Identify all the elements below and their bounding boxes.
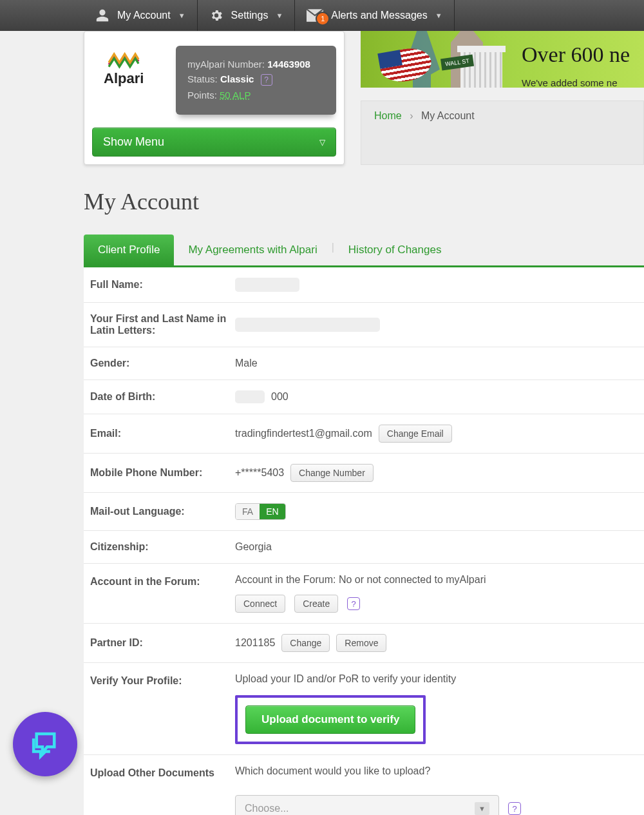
support-fab[interactable] bbox=[13, 712, 77, 776]
nav-settings[interactable]: Settings ▼ bbox=[198, 0, 296, 31]
tab-client-profile[interactable]: Client Profile bbox=[84, 235, 174, 265]
upload-other-text: Which document would you like to upload? bbox=[235, 765, 638, 777]
chevron-right-icon: › bbox=[410, 110, 413, 121]
phone-label: Mobile Phone Number: bbox=[90, 467, 235, 479]
row-language: Mail-out Language: FA EN bbox=[84, 493, 644, 531]
row-verify: Verify Your Profile: Upload your ID and/… bbox=[84, 663, 644, 755]
forum-label: Account in the Forum: bbox=[90, 574, 235, 588]
chevron-down-icon: ▼ bbox=[276, 12, 283, 19]
partner-value: 1201185 bbox=[235, 637, 275, 649]
nav-my-account-label: My Account bbox=[117, 10, 171, 21]
tab-agreements[interactable]: My Agreements with Alpari bbox=[174, 235, 331, 265]
help-icon[interactable]: ? bbox=[261, 74, 272, 86]
chevron-down-icon: ▼ bbox=[475, 802, 489, 815]
lang-fa[interactable]: FA bbox=[236, 504, 260, 519]
row-partner: Partner ID: 1201185 Change Remove bbox=[84, 624, 644, 663]
row-upload-other: Upload Other Documents Which document wo… bbox=[84, 755, 644, 815]
nav-alerts[interactable]: 1 Alerts and Messages ▼ bbox=[295, 0, 454, 31]
gender-label: Gender: bbox=[90, 358, 235, 369]
chevron-down-icon: ▼ bbox=[435, 12, 442, 19]
row-full-name: Full Name: ████████ bbox=[84, 267, 644, 303]
remove-button[interactable]: Remove bbox=[336, 634, 386, 652]
citizenship-value: Georgia bbox=[235, 541, 272, 553]
upload-other-label: Upload Other Documents bbox=[90, 765, 235, 779]
row-latin-name: Your First and Last Name in Latin Letter… bbox=[84, 303, 644, 347]
person-icon bbox=[95, 8, 109, 23]
change-email-button[interactable]: Change Email bbox=[379, 425, 452, 443]
gear-icon bbox=[209, 8, 223, 23]
language-label: Mail-out Language: bbox=[90, 506, 235, 517]
tab-history[interactable]: History of Changes bbox=[334, 235, 456, 265]
citizenship-label: Citizenship: bbox=[90, 541, 235, 553]
mail-icon: 1 bbox=[307, 9, 323, 22]
row-citizenship: Citizenship: Georgia bbox=[84, 531, 644, 564]
points-value[interactable]: 50 ALP bbox=[220, 90, 251, 101]
chevron-down-icon: ▼ bbox=[178, 12, 185, 19]
change-button[interactable]: Change bbox=[281, 634, 330, 652]
dob-prefix: ████ bbox=[235, 390, 265, 403]
points-label: Points: bbox=[187, 90, 217, 101]
gender-value: Male bbox=[235, 358, 258, 369]
banner-line1: We've added some ne bbox=[522, 77, 618, 88]
row-dob: Date of Birth: ████000 bbox=[84, 380, 644, 414]
forum-value: Account in the Forum: No or not connecte… bbox=[235, 574, 638, 586]
banner-title: Over 600 ne bbox=[522, 43, 644, 67]
dob-label: Date of Birth: bbox=[90, 391, 235, 403]
connect-button[interactable]: Connect bbox=[235, 595, 285, 613]
triangle-down-icon: ▽ bbox=[319, 138, 325, 147]
status-label: Status: bbox=[187, 73, 218, 84]
dob-suffix: 000 bbox=[271, 391, 289, 403]
full-name-value: ████████ bbox=[235, 278, 299, 292]
logo: Alpari bbox=[104, 51, 144, 87]
alerts-badge: 1 bbox=[317, 13, 328, 24]
full-name-label: Full Name: bbox=[90, 279, 235, 291]
show-menu-label: Show Menu bbox=[103, 135, 164, 149]
tabs: Client Profile My Agreements with Alpari… bbox=[84, 235, 644, 267]
row-email: Email: tradingfindertest1@gmail.com Chan… bbox=[84, 414, 644, 454]
promo-banner[interactable]: WALL ST Over 600 ne We've added some neC… bbox=[361, 31, 644, 88]
logo-icon bbox=[104, 51, 144, 69]
dropdown-placeholder: Choose... bbox=[245, 803, 289, 814]
change-number-button[interactable]: Change Number bbox=[290, 464, 374, 482]
row-phone: Mobile Phone Number: +*****5403 Change N… bbox=[84, 454, 644, 493]
latin-name-value: ████████████████████ bbox=[235, 318, 380, 332]
nav-alerts-label: Alerts and Messages bbox=[331, 10, 427, 21]
latin-name-label: Your First and Last Name in Latin Letter… bbox=[90, 313, 235, 336]
phone-value: +*****5403 bbox=[235, 467, 284, 479]
breadcrumb: Home › My Account bbox=[361, 101, 644, 165]
logo-text: Alpari bbox=[104, 70, 144, 87]
help-icon[interactable]: ? bbox=[347, 597, 360, 610]
document-type-dropdown[interactable]: Choose... ▼ bbox=[235, 795, 499, 815]
acct-number-label: myAlpari Number: bbox=[187, 59, 265, 70]
highlight-annotation: Upload document to verify bbox=[235, 695, 426, 744]
page-title: My Account bbox=[84, 188, 644, 215]
top-nav: My Account ▼ Settings ▼ 1 Alerts and Mes… bbox=[0, 0, 644, 31]
row-forum: Account in the Forum: Account in the For… bbox=[84, 564, 644, 624]
acct-number-value: 14463908 bbox=[267, 59, 310, 70]
lang-en[interactable]: EN bbox=[260, 504, 285, 519]
row-gender: Gender: Male bbox=[84, 347, 644, 380]
banner-illustration: WALL ST bbox=[361, 31, 502, 88]
verify-text: Upload your ID and/or PoR to verify your… bbox=[235, 673, 638, 685]
email-label: Email: bbox=[90, 428, 235, 439]
upload-verify-button[interactable]: Upload document to verify bbox=[245, 705, 415, 734]
help-icon[interactable]: ? bbox=[508, 802, 521, 815]
create-button[interactable]: Create bbox=[294, 595, 338, 613]
nav-settings-label: Settings bbox=[231, 10, 269, 21]
verify-label: Verify Your Profile: bbox=[90, 673, 235, 687]
nav-my-account[interactable]: My Account ▼ bbox=[84, 0, 198, 31]
language-toggle: FA EN bbox=[235, 503, 286, 520]
breadcrumb-home[interactable]: Home bbox=[374, 110, 402, 121]
account-info-card: myAlpari Number: 14463908 Status: Classi… bbox=[176, 46, 336, 115]
profile-card: Alpari myAlpari Number: 14463908 Status:… bbox=[84, 31, 345, 165]
status-value: Classic bbox=[220, 73, 254, 84]
email-value: tradingfindertest1@gmail.com bbox=[235, 428, 372, 439]
breadcrumb-current: My Account bbox=[421, 110, 475, 121]
support-icon bbox=[28, 727, 63, 762]
show-menu-button[interactable]: Show Menu ▽ bbox=[92, 128, 336, 157]
partner-label: Partner ID: bbox=[90, 637, 235, 649]
